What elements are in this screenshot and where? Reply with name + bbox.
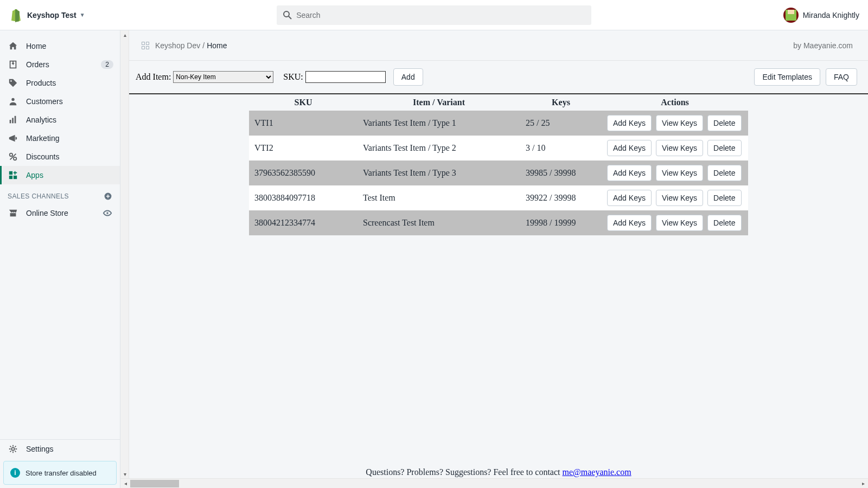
svg-rect-10 — [9, 171, 12, 175]
cell-keys: 25 / 25 — [520, 111, 602, 136]
gear-icon — [8, 444, 18, 454]
cell-sku: VTI1 — [249, 111, 358, 136]
topbar: Keyshop Test ▼ Miranda Knightly — [0, 0, 868, 30]
store-switcher[interactable]: Keyshop Test ▼ — [27, 11, 85, 20]
svg-rect-5 — [12, 118, 14, 123]
notice-text: Store transfer disabled — [25, 469, 97, 477]
delete-button[interactable]: Delete — [707, 140, 741, 156]
items-table: SKU Item / Variant Keys Actions VTI1Vari… — [249, 94, 748, 235]
svg-point-0 — [284, 11, 289, 17]
sidebar-item-label: Customers — [26, 97, 113, 106]
breadcrumb-page: Home — [207, 41, 227, 50]
add-item-label: Add Item: — [136, 72, 171, 82]
add-keys-button[interactable]: Add Keys — [607, 165, 652, 181]
cell-item: Test Item — [358, 185, 520, 210]
cell-keys: 39922 / 39998 — [520, 185, 602, 210]
svg-rect-16 — [142, 42, 145, 44]
svg-rect-19 — [146, 46, 149, 49]
store-transfer-notice: i Store transfer disabled — [3, 461, 117, 485]
sku-input[interactable] — [305, 71, 386, 83]
svg-point-3 — [11, 98, 14, 101]
sidebar-item-label: Online Store — [26, 209, 103, 217]
sidebar-item-settings[interactable]: Settings — [0, 439, 120, 458]
megaphone-icon — [8, 133, 18, 143]
add-button[interactable]: Add — [393, 68, 423, 86]
home-icon — [8, 41, 18, 51]
view-keys-button[interactable]: View Keys — [656, 115, 703, 131]
view-keys-button[interactable]: View Keys — [656, 165, 703, 181]
cell-keys: 39985 / 39998 — [520, 160, 602, 185]
view-keys-button[interactable]: View Keys — [656, 140, 703, 156]
user-name-label: Miranda Knightly — [803, 11, 859, 20]
sidebar-item-discounts[interactable]: Discounts — [0, 147, 120, 166]
sidebar-item-products[interactable]: Products — [0, 74, 120, 92]
table-row: 38003884097718Test Item39922 / 39998Add … — [249, 185, 748, 210]
svg-rect-11 — [9, 176, 12, 179]
cell-actions: Add KeysView KeysDelete — [602, 160, 748, 185]
scroll-thumb[interactable] — [130, 480, 179, 487]
table-row: VTI2Variants Test Item / Type 23 / 10Add… — [249, 136, 748, 160]
table-row: 37963562385590Variants Test Item / Type … — [249, 160, 748, 185]
cell-actions: Add KeysView KeysDelete — [602, 210, 748, 235]
scroll-left-icon[interactable]: ◂ — [120, 480, 130, 486]
cell-sku: VTI2 — [249, 136, 358, 160]
view-keys-button[interactable]: View Keys — [656, 215, 703, 231]
sidebar-item-analytics[interactable]: Analytics — [0, 111, 120, 129]
svg-line-9 — [10, 154, 16, 160]
view-keys-button[interactable]: View Keys — [656, 190, 703, 206]
store-name-label: Keyshop Test — [27, 11, 76, 20]
scroll-right-icon[interactable]: ▸ — [858, 480, 868, 486]
item-type-select[interactable]: Non-Key Item — [173, 71, 273, 83]
sidebar-item-home[interactable]: Home — [0, 37, 120, 55]
sidebar-item-online-store[interactable]: Online Store — [0, 204, 120, 222]
store-icon — [8, 208, 18, 218]
add-channel-icon[interactable] — [104, 192, 112, 201]
delete-button[interactable]: Delete — [707, 215, 741, 231]
breadcrumb-app[interactable]: Keyshop Dev — [155, 41, 200, 50]
sidebar-item-label: Products — [26, 79, 113, 87]
sidebar-item-customers[interactable]: Customers — [0, 92, 120, 111]
cell-sku: 38003884097718 — [249, 185, 358, 210]
breadcrumb: Keyshop Dev / Home by Maeyanie.com — [129, 30, 868, 61]
shopify-logo-icon — [9, 8, 22, 22]
table-row: VTI1Variants Test Item / Type 125 / 25Ad… — [249, 111, 748, 136]
app-grid-icon — [141, 41, 150, 50]
delete-button[interactable]: Delete — [707, 165, 741, 181]
app-frame: Keyshop Dev / Home by Maeyanie.com Add I… — [129, 30, 868, 478]
person-icon — [8, 97, 18, 106]
cell-sku: 37963562385590 — [249, 160, 358, 185]
svg-rect-4 — [10, 120, 11, 123]
svg-point-2 — [10, 80, 12, 82]
svg-point-15 — [11, 447, 14, 450]
sidebar-item-marketing[interactable]: Marketing — [0, 129, 120, 147]
scroll-up-icon[interactable]: ▴ — [120, 30, 129, 39]
footer-text: Questions? Problems? Suggestions? Feel f… — [366, 467, 562, 477]
footer-email-link[interactable]: me@maeyanie.com — [563, 467, 631, 477]
sidebar-item-orders[interactable]: Orders 2 — [0, 55, 120, 74]
sidebar-item-label: Settings — [26, 445, 113, 453]
sku-label: SKU: — [283, 72, 303, 82]
faq-button[interactable]: FAQ — [826, 68, 857, 86]
view-store-icon[interactable] — [103, 208, 112, 218]
cell-item: Screencast Test Item — [358, 210, 520, 235]
user-menu[interactable]: Miranda Knightly — [783, 8, 859, 23]
add-keys-button[interactable]: Add Keys — [607, 140, 652, 156]
scroll-down-icon[interactable]: ▾ — [120, 470, 129, 478]
avatar — [783, 8, 799, 23]
breadcrumb-separator: / — [202, 41, 205, 50]
sidebar: Home Orders 2 Products Customers Analyti… — [0, 30, 120, 488]
edit-templates-button[interactable]: Edit Templates — [754, 68, 820, 86]
horizontal-scrollbar[interactable]: ◂ ▸ — [120, 478, 868, 488]
vertical-scrollbar[interactable]: ▴ ▾ — [120, 30, 129, 478]
add-keys-button[interactable]: Add Keys — [607, 115, 652, 131]
delete-button[interactable]: Delete — [707, 190, 741, 206]
delete-button[interactable]: Delete — [707, 115, 741, 131]
table-header-row: SKU Item / Variant Keys Actions — [249, 94, 748, 111]
sidebar-item-apps[interactable]: Apps — [0, 166, 120, 184]
add-keys-button[interactable]: Add Keys — [607, 215, 652, 231]
cell-actions: Add KeysView KeysDelete — [602, 185, 748, 210]
search-input[interactable] — [277, 5, 591, 25]
nav: Home Orders 2 Products Customers Analyti… — [0, 30, 120, 439]
add-keys-button[interactable]: Add Keys — [607, 190, 652, 206]
svg-rect-17 — [146, 42, 149, 44]
